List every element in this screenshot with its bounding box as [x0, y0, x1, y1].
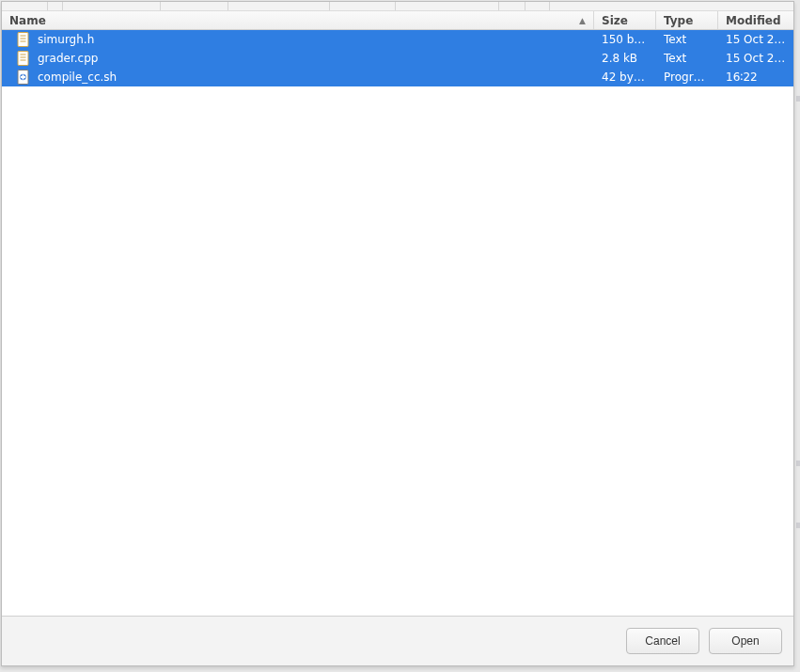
file-list[interactable]: simurgh.h150 bytesText15 Oct 2017grader.…: [2, 30, 793, 617]
file-row[interactable]: simurgh.h150 bytesText15 Oct 2017: [2, 30, 793, 49]
script-file-icon: [17, 70, 30, 85]
toolbar-strip: [2, 2, 793, 11]
column-label: Modified: [726, 14, 781, 27]
file-row[interactable]: compile_cc.sh42 bytesProgram16∶22: [2, 68, 793, 86]
column-label: Size: [602, 14, 628, 27]
column-header-size[interactable]: Size: [594, 11, 656, 29]
file-name: grader.cpp: [38, 52, 98, 65]
open-button[interactable]: Open: [709, 628, 782, 654]
file-type: Text: [656, 33, 718, 46]
file-name: simurgh.h: [38, 33, 94, 46]
text-file-icon: [17, 51, 30, 66]
file-size: 42 bytes: [594, 70, 656, 84]
column-header-modified[interactable]: Modified: [718, 11, 793, 29]
column-header-name[interactable]: Name ▲: [2, 11, 594, 29]
dialog-footer: Cancel Open: [2, 617, 793, 665]
file-type: Text: [656, 52, 718, 65]
column-header-type[interactable]: Type: [656, 11, 718, 29]
sort-asc-icon: ▲: [579, 16, 586, 25]
file-row[interactable]: grader.cpp2.8 kBText15 Oct 2017: [2, 49, 793, 68]
file-modified: 15 Oct 2017: [718, 33, 793, 46]
column-label: Name: [9, 14, 46, 27]
file-size: 150 bytes: [594, 33, 656, 46]
file-modified: 15 Oct 2017: [718, 52, 793, 65]
file-modified: 16∶22: [718, 70, 793, 84]
columns-header: Name ▲ Size Type Modified: [2, 11, 793, 30]
column-label: Type: [664, 14, 693, 27]
text-file-icon: [17, 32, 30, 47]
file-open-dialog: Name ▲ Size Type Modified simurgh.h150 b…: [1, 1, 794, 666]
file-name: compile_cc.sh: [38, 70, 117, 84]
file-type: Program: [656, 70, 718, 84]
cancel-button[interactable]: Cancel: [626, 628, 699, 654]
file-size: 2.8 kB: [594, 52, 656, 65]
